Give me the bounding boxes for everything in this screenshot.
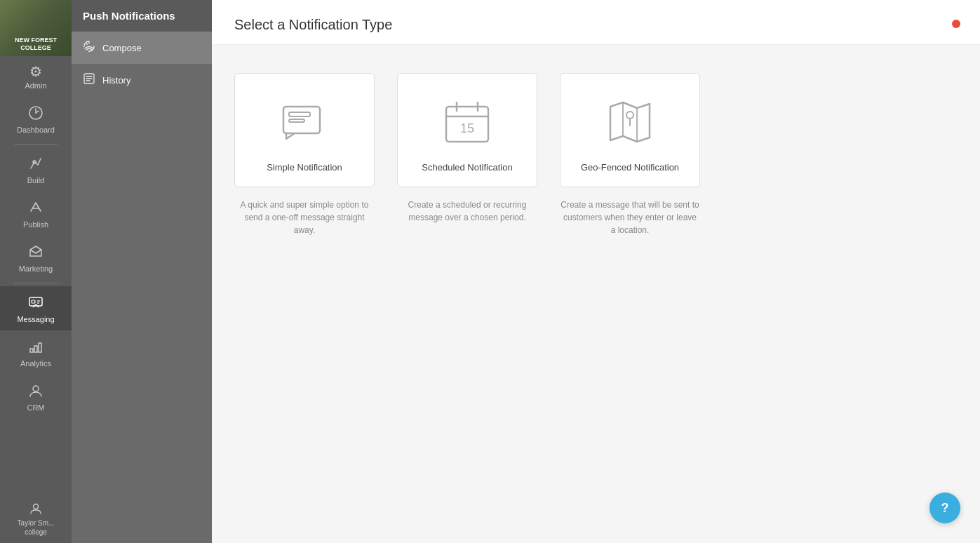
svg-point-9 [88,51,90,52]
sub-sidebar-item-label: Compose [102,43,142,53]
crm-icon [28,383,43,401]
app-logo: NEW FOREST COLLEGE [0,0,72,56]
svg-rect-6 [39,343,41,352]
build-icon [28,156,43,173]
svg-point-8 [34,504,39,509]
geo-fenced-notification-description: Create a message that will be sent to cu… [560,199,700,236]
sub-sidebar: Push Notifications Compose [72,0,212,543]
dashboard-icon [28,105,43,123]
sidebar-item-label: Marketing [19,264,53,273]
sidebar-item-messaging[interactable]: Messaging [0,286,72,330]
sidebar-item-label: Analytics [20,359,51,368]
sidebar-item-publish[interactable]: Publish [0,192,72,236]
scheduled-notification-card[interactable]: 15 Scheduled Notification [397,73,537,187]
sidebar-item-label: Dashboard [17,126,55,134]
marketing-icon [28,244,43,262]
scheduled-notification-wrapper: 15 Scheduled Notification Create a sched… [397,73,537,236]
scheduled-notification-description: Create a scheduled or recurring message … [397,199,537,224]
sidebar-item-admin[interactable]: ⚙ Admin [0,56,72,97]
svg-rect-12 [289,112,310,116]
compose-icon [83,40,95,55]
main-content: Select a Notification Type Simp [212,0,980,543]
simple-notification-icon-area [269,90,340,154]
geo-fenced-notification-title: Geo-Fenced Notification [581,162,679,173]
analytics-icon [28,339,43,356]
main-header: Select a Notification Type [212,0,980,45]
messaging-icon [28,295,43,312]
svg-rect-13 [289,119,304,122]
geo-fenced-notification-card[interactable]: Geo-Fenced Notification [560,73,700,187]
sub-sidebar-item-label: History [102,75,130,86]
simple-notification-description: A quick and super simple option to send … [234,199,375,236]
sidebar-item-label: Publish [23,220,48,229]
nav-divider-1 [14,144,57,145]
nav-divider-2 [14,283,57,283]
notification-type-list: Simple Notification A quick and super si… [234,73,958,236]
svg-point-16 [626,112,633,119]
sidebar-item-label: Messaging [17,315,54,323]
simple-notification-wrapper: Simple Notification A quick and super si… [234,73,375,236]
sidebar-item-crm[interactable]: CRM [0,375,72,419]
simple-notification-card[interactable]: Simple Notification [234,73,375,187]
sidebar-item-dashboard[interactable]: Dashboard [0,97,72,141]
geo-fenced-notification-icon-area [595,90,665,154]
scheduled-notification-icon-area: 15 [432,90,502,154]
sidebar-item-label: Admin [25,81,46,90]
content-area: Simple Notification A quick and super si… [212,45,980,543]
admin-icon: ⚙ [29,65,42,79]
sidebar-item-analytics[interactable]: Analytics [0,330,72,375]
sidebar-item-label: CRM [27,403,44,412]
logo-line1: NEW FOREST [15,36,57,44]
user-subtitle: college [25,528,47,536]
simple-notification-title: Simple Notification [267,162,342,173]
svg-rect-5 [34,346,37,352]
sidebar-item-label: Build [27,176,44,185]
svg-rect-4 [30,349,33,352]
sub-sidebar-title: Push Notifications [72,0,212,32]
sub-sidebar-item-history[interactable]: History [72,64,212,96]
sidebar-item-marketing[interactable]: Marketing [0,236,72,280]
page-title: Select a Notification Type [234,17,958,33]
history-icon [83,72,95,88]
help-button[interactable]: ? [929,492,960,523]
notification-dot [952,20,960,28]
user-name: Taylor Sm... [18,519,55,527]
svg-rect-3 [32,300,35,303]
left-navigation: NEW FOREST COLLEGE ⚙ Admin Dashboard Bui… [0,0,72,543]
user-info[interactable]: Taylor Sm... college [0,495,72,543]
user-avatar-icon [29,502,42,518]
scheduled-notification-title: Scheduled Notification [422,162,512,173]
svg-point-7 [33,386,39,391]
publish-icon [28,200,43,217]
geo-fenced-notification-wrapper: Geo-Fenced Notification Create a message… [560,73,700,236]
svg-text:15: 15 [460,121,474,135]
sidebar-item-build[interactable]: Build [0,147,72,192]
sub-sidebar-item-compose[interactable]: Compose [72,32,212,64]
logo-line2: COLLEGE [15,44,57,52]
